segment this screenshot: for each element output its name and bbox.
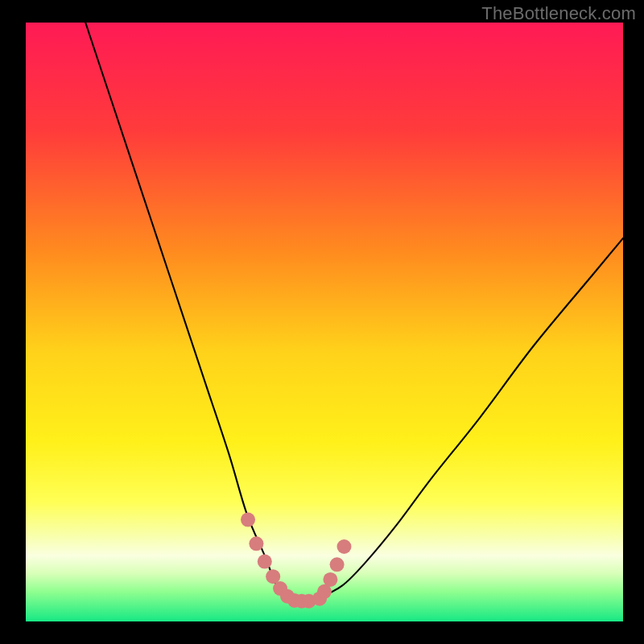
highlight-marker: [241, 513, 255, 527]
highlight-marker: [336, 539, 351, 554]
plot-area: [26, 23, 623, 621]
bottleneck-curve: [85, 23, 623, 601]
highlight-marker: [323, 572, 337, 587]
highlight-marker: [330, 557, 345, 572]
watermark-text: TheBottleneck.com: [481, 3, 636, 24]
chart-svg: [26, 23, 623, 621]
highlight-marker: [249, 536, 263, 551]
highlight-marker: [258, 555, 272, 569]
chart-frame: TheBottleneck.com: [0, 0, 644, 644]
